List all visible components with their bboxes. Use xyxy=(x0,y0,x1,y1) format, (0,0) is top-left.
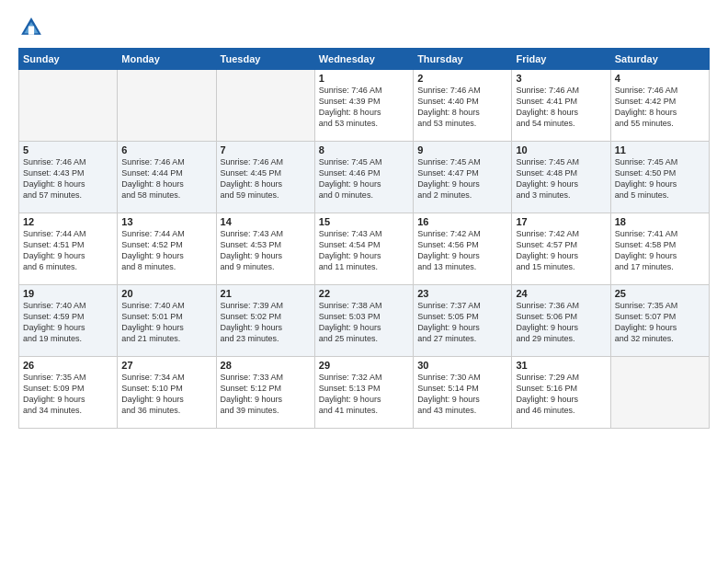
day-info: Sunrise: 7:32 AM Sunset: 5:13 PM Dayligh… xyxy=(319,372,409,417)
calendar-cell: 3Sunrise: 7:46 AM Sunset: 4:41 PM Daylig… xyxy=(512,70,610,142)
day-info: Sunrise: 7:39 AM Sunset: 5:02 PM Dayligh… xyxy=(221,300,311,345)
day-info: Sunrise: 7:34 AM Sunset: 5:10 PM Dayligh… xyxy=(121,372,211,417)
weekday-header-wednesday: Wednesday xyxy=(314,49,413,70)
day-info: Sunrise: 7:42 AM Sunset: 4:57 PM Dayligh… xyxy=(516,228,606,273)
weekday-header-friday: Friday xyxy=(512,49,610,70)
logo-icon xyxy=(18,15,44,40)
day-number: 16 xyxy=(417,216,507,227)
day-info: Sunrise: 7:41 AM Sunset: 4:58 PM Dayligh… xyxy=(615,228,705,273)
calendar-cell: 22Sunrise: 7:38 AM Sunset: 5:03 PM Dayli… xyxy=(314,285,413,357)
day-info: Sunrise: 7:45 AM Sunset: 4:48 PM Dayligh… xyxy=(516,156,606,201)
calendar-cell: 28Sunrise: 7:33 AM Sunset: 5:12 PM Dayli… xyxy=(216,357,314,429)
calendar-cell: 21Sunrise: 7:39 AM Sunset: 5:02 PM Dayli… xyxy=(216,285,314,357)
day-info: Sunrise: 7:46 AM Sunset: 4:43 PM Dayligh… xyxy=(23,156,113,201)
weekday-header-tuesday: Tuesday xyxy=(216,49,314,70)
calendar-cell: 16Sunrise: 7:42 AM Sunset: 4:56 PM Dayli… xyxy=(414,213,512,285)
calendar-cell xyxy=(118,70,216,142)
day-info: Sunrise: 7:42 AM Sunset: 4:56 PM Dayligh… xyxy=(417,228,507,273)
day-number: 2 xyxy=(417,73,507,84)
day-info: Sunrise: 7:46 AM Sunset: 4:42 PM Dayligh… xyxy=(615,85,705,130)
day-info: Sunrise: 7:46 AM Sunset: 4:45 PM Dayligh… xyxy=(221,156,311,201)
week-row-2: 5Sunrise: 7:46 AM Sunset: 4:43 PM Daylig… xyxy=(19,142,710,213)
day-info: Sunrise: 7:37 AM Sunset: 5:05 PM Dayligh… xyxy=(417,300,507,345)
day-number: 12 xyxy=(23,216,113,227)
day-number: 23 xyxy=(417,288,507,299)
calendar-cell: 8Sunrise: 7:45 AM Sunset: 4:46 PM Daylig… xyxy=(314,142,413,213)
weekday-header-thursday: Thursday xyxy=(414,49,512,70)
day-number: 7 xyxy=(221,144,311,155)
calendar-cell: 18Sunrise: 7:41 AM Sunset: 4:58 PM Dayli… xyxy=(610,213,709,285)
svg-rect-2 xyxy=(28,26,34,34)
day-number: 24 xyxy=(516,288,606,299)
day-info: Sunrise: 7:40 AM Sunset: 5:01 PM Dayligh… xyxy=(121,300,211,345)
calendar-cell: 2Sunrise: 7:46 AM Sunset: 4:40 PM Daylig… xyxy=(414,70,512,142)
day-number: 10 xyxy=(516,144,606,155)
day-info: Sunrise: 7:30 AM Sunset: 5:14 PM Dayligh… xyxy=(417,372,507,417)
day-number: 11 xyxy=(615,144,705,155)
week-row-3: 12Sunrise: 7:44 AM Sunset: 4:51 PM Dayli… xyxy=(19,213,710,285)
day-info: Sunrise: 7:40 AM Sunset: 4:59 PM Dayligh… xyxy=(23,300,113,345)
calendar-cell: 9Sunrise: 7:45 AM Sunset: 4:47 PM Daylig… xyxy=(414,142,512,213)
weekday-header-saturday: Saturday xyxy=(610,49,709,70)
day-number: 3 xyxy=(516,73,606,84)
calendar-cell: 27Sunrise: 7:34 AM Sunset: 5:10 PM Dayli… xyxy=(118,357,216,429)
calendar-cell: 19Sunrise: 7:40 AM Sunset: 4:59 PM Dayli… xyxy=(19,285,118,357)
calendar-cell: 29Sunrise: 7:32 AM Sunset: 5:13 PM Dayli… xyxy=(314,357,413,429)
calendar-cell: 4Sunrise: 7:46 AM Sunset: 4:42 PM Daylig… xyxy=(610,70,709,142)
calendar-cell: 5Sunrise: 7:46 AM Sunset: 4:43 PM Daylig… xyxy=(19,142,118,213)
calendar-cell: 17Sunrise: 7:42 AM Sunset: 4:57 PM Dayli… xyxy=(512,213,610,285)
day-info: Sunrise: 7:35 AM Sunset: 5:07 PM Dayligh… xyxy=(615,300,705,345)
day-number: 25 xyxy=(615,288,705,299)
week-row-4: 19Sunrise: 7:40 AM Sunset: 4:59 PM Dayli… xyxy=(19,285,710,357)
day-info: Sunrise: 7:45 AM Sunset: 4:50 PM Dayligh… xyxy=(615,156,705,201)
day-number: 19 xyxy=(23,288,113,299)
day-info: Sunrise: 7:44 AM Sunset: 4:51 PM Dayligh… xyxy=(23,228,113,273)
calendar-cell xyxy=(19,70,118,142)
week-row-5: 26Sunrise: 7:35 AM Sunset: 5:09 PM Dayli… xyxy=(19,357,710,429)
day-info: Sunrise: 7:46 AM Sunset: 4:41 PM Dayligh… xyxy=(516,85,606,130)
calendar-cell: 10Sunrise: 7:45 AM Sunset: 4:48 PM Dayli… xyxy=(512,142,610,213)
day-info: Sunrise: 7:38 AM Sunset: 5:03 PM Dayligh… xyxy=(319,300,409,345)
day-number: 20 xyxy=(121,288,211,299)
day-info: Sunrise: 7:44 AM Sunset: 4:52 PM Dayligh… xyxy=(121,228,211,273)
calendar-cell: 15Sunrise: 7:43 AM Sunset: 4:54 PM Dayli… xyxy=(314,213,413,285)
weekday-header-sunday: Sunday xyxy=(19,49,118,70)
calendar-cell: 7Sunrise: 7:46 AM Sunset: 4:45 PM Daylig… xyxy=(216,142,314,213)
day-info: Sunrise: 7:45 AM Sunset: 4:47 PM Dayligh… xyxy=(417,156,507,201)
day-number: 13 xyxy=(121,216,211,227)
logo xyxy=(18,15,50,40)
calendar-cell: 30Sunrise: 7:30 AM Sunset: 5:14 PM Dayli… xyxy=(414,357,512,429)
weekday-header-row: SundayMondayTuesdayWednesdayThursdayFrid… xyxy=(19,49,710,70)
calendar-cell: 14Sunrise: 7:43 AM Sunset: 4:53 PM Dayli… xyxy=(216,213,314,285)
calendar-table: SundayMondayTuesdayWednesdayThursdayFrid… xyxy=(18,48,710,429)
day-info: Sunrise: 7:35 AM Sunset: 5:09 PM Dayligh… xyxy=(23,372,113,417)
day-info: Sunrise: 7:43 AM Sunset: 4:54 PM Dayligh… xyxy=(319,228,409,273)
day-info: Sunrise: 7:46 AM Sunset: 4:40 PM Dayligh… xyxy=(417,85,507,130)
day-number: 4 xyxy=(615,73,705,84)
day-number: 21 xyxy=(221,288,311,299)
day-number: 9 xyxy=(417,144,507,155)
calendar-cell: 13Sunrise: 7:44 AM Sunset: 4:52 PM Dayli… xyxy=(118,213,216,285)
day-number: 26 xyxy=(23,360,113,371)
day-info: Sunrise: 7:46 AM Sunset: 4:39 PM Dayligh… xyxy=(319,85,409,130)
calendar-cell: 6Sunrise: 7:46 AM Sunset: 4:44 PM Daylig… xyxy=(118,142,216,213)
day-info: Sunrise: 7:33 AM Sunset: 5:12 PM Dayligh… xyxy=(221,372,311,417)
day-number: 8 xyxy=(319,144,409,155)
calendar-page: SundayMondayTuesdayWednesdayThursdayFrid… xyxy=(0,0,728,563)
header xyxy=(18,15,710,40)
day-number: 27 xyxy=(121,360,211,371)
day-info: Sunrise: 7:46 AM Sunset: 4:44 PM Dayligh… xyxy=(121,156,211,201)
calendar-cell: 20Sunrise: 7:40 AM Sunset: 5:01 PM Dayli… xyxy=(118,285,216,357)
day-info: Sunrise: 7:43 AM Sunset: 4:53 PM Dayligh… xyxy=(221,228,311,273)
calendar-cell xyxy=(610,357,709,429)
week-row-1: 1Sunrise: 7:46 AM Sunset: 4:39 PM Daylig… xyxy=(19,70,710,142)
day-number: 15 xyxy=(319,216,409,227)
calendar-cell: 24Sunrise: 7:36 AM Sunset: 5:06 PM Dayli… xyxy=(512,285,610,357)
weekday-header-monday: Monday xyxy=(118,49,216,70)
calendar-cell: 1Sunrise: 7:46 AM Sunset: 4:39 PM Daylig… xyxy=(314,70,413,142)
day-number: 30 xyxy=(417,360,507,371)
calendar-cell: 11Sunrise: 7:45 AM Sunset: 4:50 PM Dayli… xyxy=(610,142,709,213)
day-number: 18 xyxy=(615,216,705,227)
day-number: 17 xyxy=(516,216,606,227)
day-number: 29 xyxy=(319,360,409,371)
